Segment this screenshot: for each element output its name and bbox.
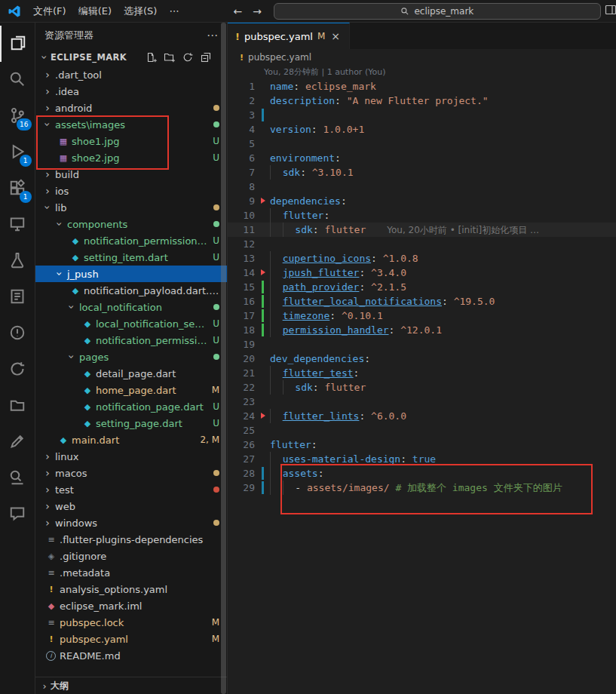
tree-item-ios[interactable]: ›ios — [35, 183, 227, 199]
code-line-16[interactable]: 16 flutter_local_notifications: ^19.5.0 — [228, 294, 616, 309]
tree-item-metadata[interactable]: ≡.metadata — [35, 564, 227, 581]
tree-item-main-dart[interactable]: ◆main.dart2, M — [35, 431, 227, 448]
code-line-18[interactable]: 18 permission_handler: ^12.0.1 — [228, 323, 616, 337]
activity-search[interactable] — [0, 62, 35, 98]
activity-remote-explorer[interactable] — [0, 207, 35, 243]
code-line-3[interactable]: 3 — [228, 108, 616, 122]
tree-item-shoe2-jpg[interactable]: ▦shoe2.jpgU — [35, 149, 227, 166]
command-center-search[interactable]: eclipse_mark — [274, 3, 601, 20]
activity-source-control[interactable]: 16 — [0, 98, 35, 134]
activity-comments[interactable] — [0, 496, 35, 533]
code-line-29[interactable]: 29 - assets/images/ # 加载整个 images 文件夹下的图… — [228, 481, 616, 495]
code-token: assets — [283, 468, 318, 479]
refresh-icon[interactable] — [182, 51, 194, 63]
code-line-9[interactable]: 9dependencies: — [228, 194, 616, 208]
tree-item-eclipse-mark-iml[interactable]: ◆eclipse_mark.iml — [35, 597, 227, 614]
code-line-25[interactable]: 25 — [228, 423, 616, 438]
code-line-5[interactable]: 5 — [228, 137, 616, 151]
tree-item-detail-page-dart[interactable]: ◆detail_page.dart — [35, 365, 227, 382]
activity-snippets[interactable] — [0, 424, 35, 460]
tree-item-setting-item-dart[interactable]: ◆setting_item.dartU — [35, 249, 227, 266]
menu-selection[interactable]: 选择(S) — [118, 2, 163, 20]
tree-item-components[interactable]: ›components — [35, 216, 227, 232]
tree-item-gitignore[interactable]: ◈.gitignore — [35, 548, 227, 564]
breadcrumb[interactable]: ! pubspec.yaml — [228, 49, 616, 66]
code-line-10[interactable]: 10 flutter: — [228, 208, 616, 223]
code-line-7[interactable]: 7 sdk: ^3.10.1 — [228, 165, 616, 180]
new-folder-icon[interactable] — [164, 51, 176, 63]
tree-item-local-notification[interactable]: ›local_notification — [35, 299, 227, 315]
close-icon[interactable]: × — [329, 30, 342, 42]
menu-more[interactable]: ⋯ — [163, 3, 185, 19]
code-line-13[interactable]: 13 cupertino_icons: ^1.0.8 — [228, 251, 616, 266]
tree-item-linux[interactable]: ›linux — [35, 448, 227, 465]
tree-item-android[interactable]: ›android — [35, 100, 227, 116]
forward-arrow-icon[interactable]: → — [253, 5, 262, 17]
code-line-24[interactable]: 24 flutter_lints: ^6.0.0 — [228, 409, 616, 423]
code-line-15[interactable]: 15 path_provider: ^2.1.5 — [228, 280, 616, 294]
tree-item-lib[interactable]: ›lib — [35, 199, 227, 216]
tree-item-assets-images[interactable]: ›assets\images — [35, 116, 227, 133]
menu-edit[interactable]: 编辑(E) — [72, 2, 118, 20]
activity-testing[interactable] — [0, 243, 35, 279]
code-line-2[interactable]: 2description: "A new Flutter project." — [228, 94, 616, 108]
code-line-19[interactable]: 19 — [228, 337, 616, 352]
sidebar-scrollbar[interactable] — [221, 23, 226, 694]
code-line-20[interactable]: 20dev_dependencies: — [228, 352, 616, 366]
tree-item-notification-permission-util[interactable]: ◆notification_permission_util.…U — [35, 332, 227, 349]
activity-sync[interactable] — [0, 352, 35, 388]
tree-item-flutter-plugins-dependencies[interactable]: ≡.flutter-plugins-dependencies — [35, 531, 227, 548]
tree-item-pubspec-yaml[interactable]: !pubspec.yamlM — [35, 631, 227, 647]
code-line-23[interactable]: 23 — [228, 395, 616, 409]
code-line-26[interactable]: 26flutter: — [228, 438, 616, 452]
activity-notebook[interactable] — [0, 279, 35, 315]
tree-item-setting-page-dart[interactable]: ◆setting_page.dartU — [35, 415, 227, 431]
code-line-6[interactable]: 6environment: — [228, 151, 616, 165]
tree-item-analysis-options-yaml[interactable]: !analysis_options.yaml — [35, 581, 227, 597]
tree-item-notification-payload-dart-dart[interactable]: ◆notification_payload.dart.dart — [35, 282, 227, 299]
code-line-27[interactable]: 27 uses-material-design: true — [228, 452, 616, 466]
code-line-14[interactable]: 14 jpush_flutter: ^3.4.0 — [228, 266, 616, 280]
activity-java-project[interactable] — [0, 315, 35, 352]
tree-item-home-page-dart[interactable]: ◆home_page.dartM — [35, 382, 227, 398]
tree-item-j-push[interactable]: ›j_push — [35, 266, 227, 282]
tree-item-macos[interactable]: ›macos — [35, 465, 227, 481]
tree-item-web[interactable]: ›web — [35, 498, 227, 514]
code-line-4[interactable]: 4version: 1.0.0+1 — [228, 122, 616, 137]
code-line-12[interactable]: 12 — [228, 237, 616, 251]
activity-extensions[interactable]: 1 — [0, 170, 35, 207]
code-editor[interactable]: You, 28分钟前 | 1 author (You) 1name: eclip… — [228, 66, 616, 694]
tree-item-build[interactable]: ›build — [35, 166, 227, 183]
project-section-header[interactable]: › ECLIPSE_MARK — [35, 48, 227, 66]
code-line-22[interactable]: 22 sdk: flutter — [228, 380, 616, 395]
tree-item-local-notification-service-dart[interactable]: ◆local_notification_service.dartU — [35, 315, 227, 332]
back-arrow-icon[interactable]: ← — [233, 5, 242, 17]
code-line-17[interactable]: 17 timezone: ^0.10.1 — [228, 309, 616, 323]
tree-item-notification-permission-item[interactable]: ◆notification_permission_item…U — [35, 232, 227, 249]
activity-run-debug[interactable]: 1 — [0, 134, 35, 170]
code-line-8[interactable]: 8 — [228, 180, 616, 194]
tree-item-shoe1-jpg[interactable]: ▦shoe1.jpgU — [35, 133, 227, 149]
tree-item-readme-md[interactable]: iREADME.md — [35, 647, 227, 664]
code-line-21[interactable]: 21 flutter_test: — [228, 366, 616, 380]
tree-item-windows[interactable]: ›windows — [35, 514, 227, 531]
activity-search-editor[interactable] — [0, 460, 35, 496]
code-line-11[interactable]: 11 sdk: flutterYou, 20小时前 • [initi]初始化项目… — [228, 223, 616, 237]
tab-pubspec-yaml[interactable]: ! pubspec.yaml M × — [228, 23, 350, 49]
tree-item-pubspec-lock[interactable]: ≡pubspec.lockM — [35, 614, 227, 631]
code-line-1[interactable]: 1name: eclipse_mark — [228, 79, 616, 94]
new-file-icon[interactable] — [146, 51, 158, 63]
menu-file[interactable]: 文件(F) — [27, 2, 72, 20]
layout-toggle-icon[interactable] — [604, 4, 616, 19]
tree-item-dart-tool[interactable]: ›.dart_tool — [35, 66, 227, 83]
tree-item-notification-page-dart[interactable]: ◆notification_page.dartU — [35, 398, 227, 415]
tree-item-test[interactable]: ›test — [35, 481, 227, 498]
outline-section[interactable]: › 大纲 — [35, 677, 227, 694]
collapse-all-icon[interactable] — [200, 51, 212, 63]
code-line-28[interactable]: 28 assets: — [228, 466, 616, 481]
activity-project-manager[interactable] — [0, 388, 35, 424]
tree-item-idea[interactable]: ›.idea — [35, 83, 227, 100]
tree-item-pages[interactable]: ›pages — [35, 349, 227, 365]
activity-explorer[interactable] — [0, 26, 35, 62]
sidebar-more-actions-icon[interactable]: ⋯ — [207, 29, 218, 42]
